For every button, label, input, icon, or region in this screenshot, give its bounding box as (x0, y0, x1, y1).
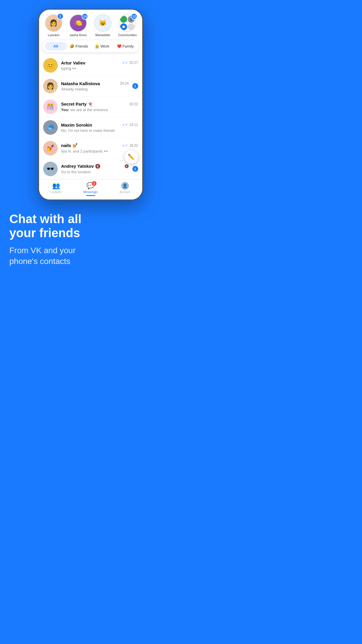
chat-name-artur: Artur Valiev (61, 60, 85, 65)
preview-text-natasha: Already reading (61, 87, 88, 91)
filter-tabs: All 🤣 Friends 👷 Work ❤️ Family (43, 40, 139, 52)
chat-preview-andrey: Go to the location (61, 170, 129, 174)
story-avatar-wrap-martadello: 😺 (94, 14, 112, 32)
stories-row: 👩 2 v.ponkin 🍋 14 sasha limon (39, 10, 142, 40)
chat-item-natasha[interactable]: 👩 Natasha Kallistova 20:24 Al (39, 76, 142, 97)
comm-img-3: 💬 (120, 23, 127, 30)
muted-icon-andrey: 🔇 (124, 164, 129, 168)
story-martadello[interactable]: 😺 Martadello (92, 14, 114, 37)
compose-fab[interactable]: ✏️ (125, 150, 138, 164)
chat-list: 😊 Artur Valiev ✓✓ 20:27 ty (39, 55, 142, 179)
chat-preview-natasha: Already reading (61, 87, 129, 91)
preview-text-maxim: No, I'm not here to make friends (61, 128, 115, 133)
story-name-limon: sasha limon (70, 33, 87, 37)
contacts-icon: 👥 (52, 182, 60, 190)
chat-header-natasha: Natasha Kallistova 20:24 (61, 81, 129, 86)
chat-avatar-natasha: 👩 (43, 79, 58, 93)
comm-img-1: 🌿 (120, 16, 127, 23)
check-icon-nails: ✓✓ (122, 144, 128, 148)
typing-dots-nails (104, 150, 108, 152)
tab-family[interactable]: ❤️ Family (114, 42, 136, 50)
compose-icon: ✏️ (128, 153, 135, 160)
chat-item-secret[interactable]: 🎊 Secret Party 👻 20:22 You: (39, 97, 142, 117)
story-name-martadello: Martadello (95, 33, 110, 37)
phone-screen: 👩 2 v.ponkin 🍋 14 sasha limon (39, 10, 142, 200)
chat-name-nails: nails 💅 (61, 143, 78, 148)
chat-avatar-secret: 🎊 (43, 99, 58, 114)
time-maxim: 19:12 (129, 123, 138, 127)
chat-time-secret: 20:22 (129, 102, 138, 106)
unread-badge-natasha: 1 (132, 83, 138, 89)
chat-content-natasha: Natasha Kallistova 20:24 Already reading (61, 81, 129, 91)
chat-header-maxim: Maxim Sorokin ✓✓ 19:12 (61, 123, 138, 127)
chat-name-andrey: Andrey Yatskov 🔇 (61, 164, 101, 169)
chat-preview-secret: You: we are at the entrance (61, 108, 138, 112)
story-ponkin[interactable]: 👩 2 v.ponkin (43, 14, 65, 37)
time-artur: 20:27 (129, 61, 138, 65)
messenger-label: Messenger (83, 190, 98, 194)
time-secret: 20:22 (129, 102, 138, 106)
story-name-ponkin: v.ponkin (48, 33, 59, 37)
bottom-nav: 👥 Contacts 💬 3 Messenger (39, 179, 142, 200)
story-avatar-wrap-ponkin: 👩 2 (45, 14, 62, 32)
nav-messenger[interactable]: 💬 3 Messenger (73, 182, 108, 196)
subheadline: From VK and yourphone's contacts (9, 245, 172, 267)
time-natasha: 20:24 (120, 81, 129, 85)
chat-content-secret: Secret Party 👻 20:22 You: we are at the … (61, 102, 138, 112)
dot1 (72, 68, 74, 69)
account-avatar: 👤 (121, 182, 129, 190)
story-badge-ponkin: 2 (57, 13, 64, 20)
nav-account[interactable]: 👤 Account (108, 182, 142, 196)
preview-text-artur: typing (61, 66, 71, 71)
dot2n (106, 150, 108, 152)
chat-time-nails: ✓✓ 18:22 (122, 144, 138, 148)
bottom-text-section: Chat with allyour friends From VK and yo… (0, 200, 181, 279)
comm-img-4: ··· (128, 23, 135, 30)
chat-time-artur: ✓✓ 20:27 (122, 61, 138, 65)
story-avatar-wrap-communities: 🌿 👤 💬 ··· 12 (119, 14, 136, 32)
typing-dots-artur (72, 68, 76, 69)
chat-item-maxim[interactable]: 🧢 Maxim Sorokin ✓✓ 19:12 N (39, 117, 142, 138)
chat-header-secret: Secret Party 👻 20:22 (61, 102, 138, 107)
story-avatar-wrap-limon: 🍋 14 (69, 14, 87, 32)
story-avatar-martadello: 😺 (94, 14, 112, 32)
check-icon-maxim: ✓✓ (122, 123, 128, 127)
story-communities[interactable]: 🌿 👤 💬 ··· 12 Communities (116, 14, 139, 37)
account-label: Account (120, 190, 130, 194)
online-dot-natasha (54, 90, 57, 93)
contacts-label: Contacts (50, 190, 62, 194)
story-name-communities: Communities (118, 33, 137, 37)
chat-preview-maxim: No, I'm not here to make friends (61, 128, 138, 133)
story-badge-limon: 14 (82, 13, 88, 20)
chat-time-natasha: 20:24 (120, 81, 129, 85)
chat-avatar-maxim: 🧢 (43, 120, 58, 135)
phone-device: 👩 2 v.ponkin 🍋 14 sasha limon (38, 9, 143, 200)
chat-avatar-artur: 😊 (43, 58, 58, 73)
nav-contacts[interactable]: 👥 Contacts (39, 182, 73, 196)
dot1n (104, 150, 106, 152)
phone-wrapper: 👩 2 v.ponkin 🍋 14 sasha limon (0, 0, 181, 200)
preview-text-andrey: Go to the location (61, 170, 91, 174)
chat-name-natasha: Natasha Kallistova (61, 81, 100, 86)
headline: Chat with allyour friends (9, 212, 172, 240)
chat-header-artur: Artur Valiev ✓✓ 20:27 (61, 60, 138, 65)
preview-text-nails: Ilya N. and 2 participants (61, 149, 103, 153)
story-limon[interactable]: 🍋 14 sasha limon (67, 14, 89, 37)
messenger-underline (86, 195, 95, 196)
chat-avatar-andrey: 🕶️ (43, 162, 58, 176)
tab-friends[interactable]: 🤣 Friends (68, 42, 90, 50)
chat-avatar-nails: 💅 (43, 141, 58, 155)
time-nails: 18:22 (129, 144, 138, 148)
tab-all[interactable]: All (45, 42, 67, 50)
chat-content-maxim: Maxim Sorokin ✓✓ 19:12 No, I'm not here … (61, 123, 138, 133)
tab-work[interactable]: 👷 Work (91, 42, 113, 50)
chat-item-artur[interactable]: 😊 Artur Valiev ✓✓ 20:27 ty (39, 55, 142, 76)
messenger-badge: 3 (92, 181, 97, 186)
preview-text-secret: we are at the entrance (70, 108, 108, 112)
dot2 (74, 68, 76, 69)
check-icon-artur: ✓✓ (122, 61, 128, 65)
story-badge-communities: 12 (131, 13, 137, 20)
app-container: 👩 2 v.ponkin 🍋 14 sasha limon (0, 0, 181, 279)
chat-content-andrey: Andrey Yatskov 🔇 🔇 Go to the location (61, 164, 129, 174)
messenger-nav-wrap: 💬 3 Messenger (83, 182, 98, 196)
